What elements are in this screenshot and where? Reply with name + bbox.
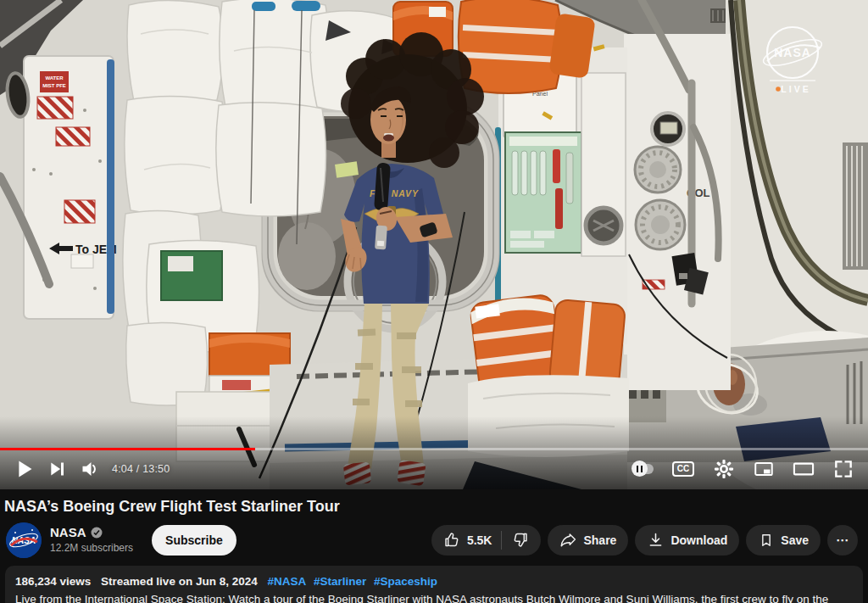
- hashtag-starliner[interactable]: #Starliner: [314, 575, 366, 588]
- theater-icon: [792, 457, 815, 481]
- live-label: LIVE: [781, 84, 810, 94]
- thumbs-down-icon: [511, 531, 529, 549]
- play-icon: [10, 455, 39, 483]
- autoplay-track: [633, 464, 654, 474]
- action-buttons: 5.5K Share Download: [431, 525, 861, 556]
- video-player[interactable]: COL WATER MIST PFE: [0, 0, 868, 489]
- description-meta: 186,234 views Streamed live on Jun 8, 20…: [15, 573, 853, 590]
- fullscreen-icon: [832, 458, 854, 480]
- subscriber-count: 12.2M subscribers: [50, 542, 133, 556]
- progress-played: [0, 448, 255, 450]
- bookmark-icon: [758, 532, 775, 549]
- more-actions-button[interactable]: ⋯: [827, 525, 858, 556]
- download-label: Download: [670, 533, 727, 547]
- settings-button[interactable]: [708, 455, 740, 483]
- hashtag-spaceship[interactable]: #Spaceship: [374, 575, 437, 588]
- channel-avatar[interactable]: NASA: [6, 522, 42, 558]
- thumbs-up-icon: [443, 531, 461, 549]
- download-button[interactable]: Download: [635, 525, 739, 556]
- subscribe-button[interactable]: Subscribe: [152, 525, 236, 556]
- verified-badge-icon: [91, 527, 103, 539]
- save-label: Save: [781, 533, 809, 547]
- autoplay-knob-pause-icon: [632, 461, 648, 477]
- nasa-avatar-logo: NASA: [6, 522, 42, 558]
- dislike-button[interactable]: [502, 525, 541, 556]
- like-count: 5.5K: [467, 533, 492, 547]
- next-icon: [44, 456, 70, 482]
- time-display: 4:04 / 13:50: [112, 463, 170, 475]
- progress-bar[interactable]: [0, 448, 868, 450]
- subtitles-button[interactable]: CC: [666, 455, 700, 483]
- stream-date: Streamed live on Jun 8, 2024: [101, 575, 258, 588]
- live-dot: [776, 87, 781, 92]
- miniplayer-button[interactable]: [748, 455, 780, 483]
- next-button[interactable]: [41, 455, 73, 483]
- cc-icon: CC: [672, 461, 694, 477]
- share-icon: [559, 531, 577, 549]
- like-dislike-group: 5.5K: [431, 525, 542, 556]
- download-icon: [647, 531, 665, 549]
- volume-button[interactable]: [73, 455, 105, 483]
- channel-row: NASA NASA 12.2M subscribers Subscribe 5.…: [0, 516, 868, 558]
- save-button[interactable]: Save: [746, 525, 821, 556]
- like-button[interactable]: 5.5K: [431, 525, 502, 556]
- video-title: NASA’s Boeing Crew Flight Test Starliner…: [0, 489, 868, 516]
- play-button[interactable]: [8, 455, 41, 483]
- svg-text:MIST PFE: MIST PFE: [42, 83, 66, 88]
- view-count: 186,234 views: [15, 575, 91, 588]
- description-box[interactable]: 186,234 views Streamed live on Jun 8, 20…: [5, 566, 863, 603]
- video-content[interactable]: COL WATER MIST PFE: [0, 0, 868, 489]
- channel-name[interactable]: NASA: [50, 524, 86, 541]
- theater-mode-button[interactable]: [787, 455, 820, 483]
- to-jem-label: To JEM: [49, 243, 117, 256]
- orange-bags-bottom: [468, 294, 629, 457]
- description-text: Live from the International Space Statio…: [15, 591, 853, 603]
- autoplay-toggle[interactable]: [628, 455, 659, 483]
- valve-wheel: [636, 200, 685, 249]
- tool-board: [505, 132, 581, 253]
- miniplayer-icon: [753, 458, 775, 480]
- fullscreen-button[interactable]: [827, 455, 860, 483]
- player-controls: 4:04 / 13:50 CC: [0, 454, 868, 484]
- share-button[interactable]: Share: [548, 525, 628, 556]
- water-mist-label: [40, 71, 69, 92]
- hashtag-nasa[interactable]: #NASA: [267, 575, 306, 588]
- right-wall-panel: COL: [616, 0, 731, 390]
- valve-wheel: [635, 147, 681, 193]
- gear-icon: [713, 458, 735, 480]
- volume-icon: [76, 456, 102, 482]
- share-label: Share: [583, 533, 616, 547]
- svg-text:WATER: WATER: [45, 75, 64, 81]
- channel-meta: NASA 12.2M subscribers: [50, 524, 133, 555]
